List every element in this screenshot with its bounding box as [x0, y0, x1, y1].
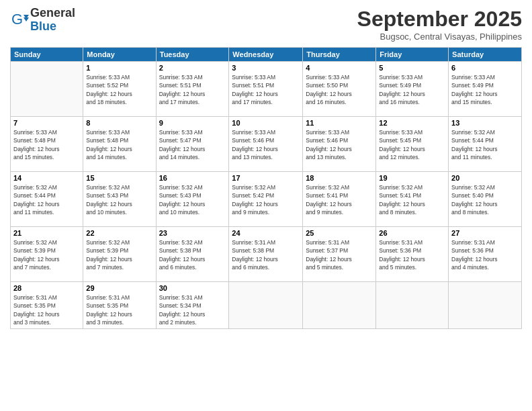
calendar-cell: 12Sunrise: 5:33 AMSunset: 5:45 PMDayligh… [376, 117, 449, 172]
day-number: 6 [451, 64, 519, 72]
day-number: 2 [159, 64, 226, 72]
week-row-2: 7Sunrise: 5:33 AMSunset: 5:48 PMDaylight… [11, 117, 522, 172]
calendar-cell: 23Sunrise: 5:32 AMSunset: 5:38 PMDayligh… [156, 227, 229, 282]
calendar-cell: 9Sunrise: 5:33 AMSunset: 5:47 PMDaylight… [156, 117, 229, 172]
day-number: 17 [232, 174, 300, 182]
day-number: 12 [379, 119, 445, 127]
calendar-cell: 20Sunrise: 5:32 AMSunset: 5:40 PMDayligh… [449, 172, 522, 227]
calendar-cell: 15Sunrise: 5:32 AMSunset: 5:43 PMDayligh… [83, 172, 156, 227]
day-info: Sunrise: 5:31 AMSunset: 5:34 PMDaylight:… [159, 293, 226, 326]
logo-text: General Blue [30, 7, 75, 34]
day-info: Sunrise: 5:33 AMSunset: 5:52 PMDaylight:… [86, 73, 152, 106]
page: G General Blue September 2025 Bugsoc, Ce… [0, 0, 532, 411]
calendar-cell: 14Sunrise: 5:32 AMSunset: 5:44 PMDayligh… [11, 172, 83, 227]
day-info: Sunrise: 5:32 AMSunset: 5:44 PMDaylight:… [13, 183, 80, 216]
day-info: Sunrise: 5:32 AMSunset: 5:43 PMDaylight:… [159, 183, 226, 216]
day-info: Sunrise: 5:32 AMSunset: 5:44 PMDaylight:… [451, 128, 519, 161]
calendar-cell: 29Sunrise: 5:31 AMSunset: 5:35 PMDayligh… [83, 282, 156, 329]
day-number: 20 [451, 174, 519, 182]
calendar-cell: 11Sunrise: 5:33 AMSunset: 5:46 PMDayligh… [303, 117, 376, 172]
calendar-cell: 24Sunrise: 5:31 AMSunset: 5:38 PMDayligh… [229, 227, 303, 282]
title-block: September 2025 Bugsoc, Central Visayas, … [357, 7, 522, 42]
day-info: Sunrise: 5:32 AMSunset: 5:41 PMDaylight:… [306, 183, 373, 216]
day-number: 7 [13, 119, 80, 127]
day-info: Sunrise: 5:31 AMSunset: 5:35 PMDaylight:… [86, 293, 152, 326]
day-info: Sunrise: 5:31 AMSunset: 5:35 PMDaylight:… [13, 293, 80, 326]
day-info: Sunrise: 5:32 AMSunset: 5:38 PMDaylight:… [159, 238, 226, 271]
day-number: 28 [13, 284, 80, 292]
calendar-cell: 1Sunrise: 5:33 AMSunset: 5:52 PMDaylight… [83, 62, 156, 117]
day-number: 13 [451, 119, 519, 127]
calendar-cell: 4Sunrise: 5:33 AMSunset: 5:50 PMDaylight… [303, 62, 376, 117]
calendar-cell: 7Sunrise: 5:33 AMSunset: 5:48 PMDaylight… [11, 117, 83, 172]
day-info: Sunrise: 5:32 AMSunset: 5:42 PMDaylight:… [232, 183, 300, 216]
month-title: September 2025 [357, 7, 522, 32]
day-info: Sunrise: 5:32 AMSunset: 5:41 PMDaylight:… [379, 183, 445, 216]
week-row-5: 28Sunrise: 5:31 AMSunset: 5:35 PMDayligh… [11, 282, 522, 329]
day-info: Sunrise: 5:31 AMSunset: 5:37 PMDaylight:… [306, 238, 373, 271]
day-number: 30 [159, 284, 226, 292]
day-info: Sunrise: 5:33 AMSunset: 5:51 PMDaylight:… [159, 73, 226, 106]
day-info: Sunrise: 5:33 AMSunset: 5:48 PMDaylight:… [86, 128, 152, 161]
calendar-cell [303, 282, 376, 329]
calendar-cell: 3Sunrise: 5:33 AMSunset: 5:51 PMDaylight… [229, 62, 303, 117]
calendar-cell: 26Sunrise: 5:31 AMSunset: 5:36 PMDayligh… [376, 227, 449, 282]
logo: G General Blue [10, 7, 75, 34]
calendar-cell: 6Sunrise: 5:33 AMSunset: 5:49 PMDaylight… [449, 62, 522, 117]
calendar-cell: 2Sunrise: 5:33 AMSunset: 5:51 PMDaylight… [156, 62, 229, 117]
day-info: Sunrise: 5:32 AMSunset: 5:39 PMDaylight:… [86, 238, 152, 271]
calendar-cell: 25Sunrise: 5:31 AMSunset: 5:37 PMDayligh… [303, 227, 376, 282]
calendar-cell [229, 282, 303, 329]
location: Bugsoc, Central Visayas, Philippines [357, 32, 522, 42]
day-info: Sunrise: 5:32 AMSunset: 5:39 PMDaylight:… [13, 238, 80, 271]
day-info: Sunrise: 5:33 AMSunset: 5:48 PMDaylight:… [13, 128, 80, 161]
day-info: Sunrise: 5:31 AMSunset: 5:36 PMDaylight:… [451, 238, 519, 271]
logo-icon: G [10, 11, 29, 30]
calendar: SundayMondayTuesdayWednesdayThursdayFrid… [10, 47, 522, 329]
day-info: Sunrise: 5:33 AMSunset: 5:49 PMDaylight:… [379, 73, 445, 106]
col-header-saturday: Saturday [449, 48, 522, 62]
day-number: 26 [379, 229, 445, 237]
calendar-cell: 16Sunrise: 5:32 AMSunset: 5:43 PMDayligh… [156, 172, 229, 227]
day-number: 15 [86, 174, 152, 182]
logo-line1: General [30, 7, 75, 20]
day-info: Sunrise: 5:33 AMSunset: 5:50 PMDaylight:… [306, 73, 373, 106]
day-number: 18 [306, 174, 373, 182]
day-number: 9 [159, 119, 226, 127]
day-number: 3 [232, 64, 300, 72]
day-info: Sunrise: 5:33 AMSunset: 5:46 PMDaylight:… [232, 128, 300, 161]
day-number: 16 [159, 174, 226, 182]
week-row-3: 14Sunrise: 5:32 AMSunset: 5:44 PMDayligh… [11, 172, 522, 227]
col-header-tuesday: Tuesday [156, 48, 229, 62]
day-info: Sunrise: 5:33 AMSunset: 5:46 PMDaylight:… [306, 128, 373, 161]
day-number: 1 [86, 64, 152, 72]
day-number: 27 [451, 229, 519, 237]
day-info: Sunrise: 5:33 AMSunset: 5:45 PMDaylight:… [379, 128, 445, 161]
calendar-cell: 28Sunrise: 5:31 AMSunset: 5:35 PMDayligh… [11, 282, 83, 329]
day-info: Sunrise: 5:31 AMSunset: 5:36 PMDaylight:… [379, 238, 445, 271]
col-header-thursday: Thursday [303, 48, 376, 62]
header: G General Blue September 2025 Bugsoc, Ce… [10, 7, 522, 42]
calendar-cell: 30Sunrise: 5:31 AMSunset: 5:34 PMDayligh… [156, 282, 229, 329]
calendar-cell: 19Sunrise: 5:32 AMSunset: 5:41 PMDayligh… [376, 172, 449, 227]
day-number: 22 [86, 229, 152, 237]
day-info: Sunrise: 5:33 AMSunset: 5:49 PMDaylight:… [451, 73, 519, 106]
calendar-cell [449, 282, 522, 329]
day-info: Sunrise: 5:32 AMSunset: 5:40 PMDaylight:… [451, 183, 519, 216]
day-number: 8 [86, 119, 152, 127]
day-number: 24 [232, 229, 300, 237]
day-number: 25 [306, 229, 373, 237]
day-number: 21 [13, 229, 80, 237]
day-number: 4 [306, 64, 373, 72]
day-info: Sunrise: 5:33 AMSunset: 5:47 PMDaylight:… [159, 128, 226, 161]
calendar-cell [11, 62, 83, 117]
day-number: 23 [159, 229, 226, 237]
svg-text:G: G [11, 11, 23, 28]
calendar-cell: 13Sunrise: 5:32 AMSunset: 5:44 PMDayligh… [449, 117, 522, 172]
col-header-wednesday: Wednesday [229, 48, 303, 62]
calendar-cell: 8Sunrise: 5:33 AMSunset: 5:48 PMDaylight… [83, 117, 156, 172]
calendar-cell: 22Sunrise: 5:32 AMSunset: 5:39 PMDayligh… [83, 227, 156, 282]
day-info: Sunrise: 5:33 AMSunset: 5:51 PMDaylight:… [232, 73, 300, 106]
col-header-sunday: Sunday [11, 48, 83, 62]
calendar-cell: 27Sunrise: 5:31 AMSunset: 5:36 PMDayligh… [449, 227, 522, 282]
